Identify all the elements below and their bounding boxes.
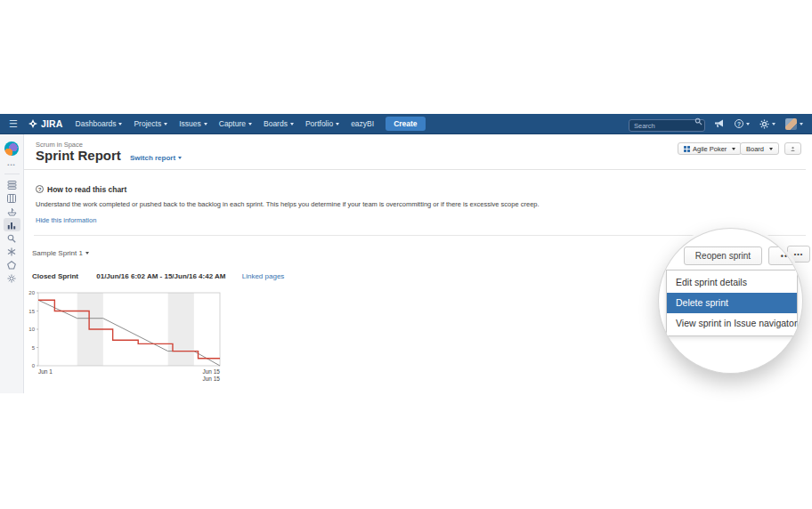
share-person-button[interactable]	[784, 142, 801, 155]
page-title: Sprint Report	[36, 148, 121, 163]
board-button[interactable]: Board	[740, 142, 779, 155]
chevron-down-icon	[290, 123, 294, 125]
magnifier-icon	[7, 234, 16, 243]
section-divider	[34, 235, 806, 236]
nav-boards[interactable]: Boards	[264, 119, 294, 128]
sidebar-divider	[4, 174, 20, 174]
burndown-chart: 05101520Jun 1Jun 15Jun 15	[25, 288, 231, 390]
top-navbar: ☰ JIRA Dashboards Projects Issues Captur…	[0, 114, 812, 134]
chevron-down-icon	[746, 123, 750, 125]
sprint-dates: 01/Jun/16 6:02 AM - 15/Jun/16 4:42 AM	[96, 272, 225, 280]
chevron-down-icon	[204, 123, 207, 125]
nav-portfolio[interactable]: Portfolio	[305, 119, 339, 128]
board-icon	[7, 194, 16, 203]
user-profile-menu[interactable]	[785, 118, 803, 130]
chevron-down-icon	[800, 123, 803, 125]
navbar-right: ?	[629, 116, 803, 133]
sidebar-item-project-settings[interactable]	[4, 271, 20, 285]
sprint-status: Closed Sprint	[32, 272, 78, 280]
search-container	[629, 116, 705, 133]
sidebar-item-issues[interactable]	[4, 231, 20, 245]
hamburger-menu-icon[interactable]: ☰	[9, 119, 18, 129]
chevron-down-icon	[732, 148, 735, 150]
agile-poker-button[interactable]: Agile Poker	[678, 142, 742, 155]
svg-text:5: 5	[32, 345, 36, 351]
jira-logo-icon	[28, 119, 37, 128]
chevron-down-icon	[336, 123, 339, 125]
sidebar-item-components[interactable]	[4, 245, 20, 258]
svg-text:20: 20	[28, 290, 35, 295]
project-avatar[interactable]	[4, 141, 19, 156]
help-menu[interactable]: ?	[735, 119, 750, 128]
info-title: How to read this chart	[47, 185, 126, 194]
sidebar-item-backlog[interactable]	[4, 178, 20, 191]
sidebar-item-active-sprints[interactable]	[4, 191, 20, 205]
help-icon: ?	[735, 119, 743, 128]
ship-icon	[7, 207, 17, 216]
search-icon[interactable]	[694, 117, 702, 125]
menu-item-delete-sprint[interactable]: Delete sprint	[667, 293, 797, 313]
info-body: Understand the work completed or pushed …	[36, 200, 588, 208]
svg-text:Jun 15: Jun 15	[202, 376, 220, 382]
sidebar-more[interactable]: •••	[7, 162, 15, 167]
reopen-sprint-button[interactable]: Reopen sprint	[684, 246, 762, 265]
svg-text:10: 10	[28, 327, 35, 332]
user-avatar	[785, 118, 797, 130]
settings-menu[interactable]	[759, 119, 775, 129]
sprint-actions-menu: Edit sprint details Delete sprint View s…	[666, 270, 798, 336]
gear-icon	[759, 119, 769, 129]
brand-name: JIRA	[41, 118, 63, 129]
backlog-icon	[7, 181, 17, 190]
create-button[interactable]: Create	[386, 117, 425, 131]
components-icon	[7, 247, 16, 256]
small-gear-icon	[7, 274, 16, 283]
svg-text:Jun 1: Jun 1	[38, 368, 53, 375]
screenshot-canvas: ☰ JIRA Dashboards Projects Issues Captur…	[0, 0, 812, 509]
project-sidebar: •••	[0, 134, 24, 393]
sidebar-item-releases[interactable]	[4, 205, 20, 218]
chevron-down-icon	[769, 148, 773, 150]
jira-logo[interactable]: JIRA	[28, 118, 63, 129]
agile-poker-icon	[684, 146, 690, 152]
svg-text:Jun 15: Jun 15	[202, 368, 220, 375]
feedback-megaphone-icon[interactable]	[715, 119, 725, 128]
chevron-down-icon	[248, 123, 252, 125]
header-divider	[24, 169, 806, 170]
question-circle-icon: ?	[36, 185, 44, 193]
sidebar-item-reports[interactable]	[4, 218, 20, 231]
person-icon	[791, 145, 795, 153]
chevron-down-icon	[164, 123, 167, 125]
chevron-down-icon	[178, 157, 182, 159]
sprint-selector[interactable]: Sample Sprint 1	[32, 249, 89, 257]
menu-item-view-sprint-in-issue-navigator[interactable]: View sprint in Issue navigator	[667, 313, 797, 334]
sidebar-item-add-item[interactable]	[4, 258, 20, 271]
nav-dashboards[interactable]: Dashboards	[76, 119, 123, 128]
chevron-down-icon	[85, 252, 89, 254]
shape-icon	[7, 261, 16, 270]
chevron-down-icon	[772, 123, 775, 125]
svg-text:0: 0	[32, 363, 36, 368]
chevron-down-icon	[118, 123, 122, 125]
menu-item-edit-sprint-details[interactable]: Edit sprint details	[667, 272, 797, 293]
nav-capture[interactable]: Capture	[219, 119, 252, 128]
sprint-meta-row: Closed Sprint 01/Jun/16 6:02 AM - 15/Jun…	[32, 272, 284, 280]
nav-issues[interactable]: Issues	[179, 119, 207, 128]
switch-report-link[interactable]: Switch report	[130, 154, 182, 162]
nav-eazybi[interactable]: eazyBI	[351, 119, 374, 128]
zoom-callout-lens: Reopen sprint ••• Edit sprint details De…	[658, 228, 803, 374]
bar-chart-icon	[7, 221, 16, 230]
nav-projects[interactable]: Projects	[134, 119, 167, 128]
hide-information-link[interactable]: Hide this information	[36, 216, 96, 224]
linked-pages-link[interactable]: Linked pages	[242, 272, 285, 280]
svg-text:15: 15	[28, 309, 35, 314]
